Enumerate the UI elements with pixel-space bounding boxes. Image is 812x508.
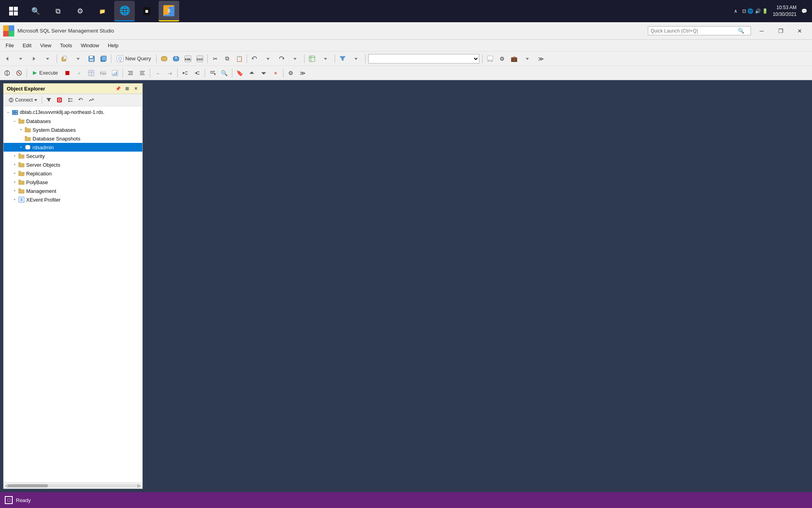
stop-button[interactable] — [62, 67, 73, 79]
filter-button[interactable] — [337, 53, 348, 64]
db-tool-1[interactable] — [159, 53, 170, 64]
undo-dropdown[interactable] — [261, 53, 275, 64]
tree-item-replication[interactable]: + Replication — [4, 169, 142, 178]
wrench-button[interactable]: ⚙ — [496, 53, 508, 64]
include-actual-plan[interactable]: Plan — [98, 67, 109, 79]
tree-item-server[interactable]: ─ dblab.c13euvvvmk8j.ap-northeast-1.rds. — [4, 108, 142, 117]
forward-dropdown-button[interactable] — [40, 53, 55, 64]
briefcase-button[interactable]: 💼 — [508, 53, 519, 64]
undo-button[interactable] — [249, 53, 260, 64]
display-results-button[interactable] — [86, 67, 97, 79]
db-tool-3[interactable]: XML — [182, 53, 193, 64]
terminal-taskbar-button[interactable]: ■ — [136, 1, 157, 21]
results-dropdown[interactable] — [318, 53, 333, 64]
oe-activity-button[interactable] — [87, 95, 96, 105]
back-button[interactable] — [2, 53, 13, 64]
system-db-expand-icon[interactable]: + — [18, 127, 24, 133]
tree-item-xevent-profiler[interactable]: + X XEvent Profiler — [4, 195, 142, 204]
filter-dropdown[interactable] — [349, 53, 363, 64]
menu-view[interactable]: View — [36, 41, 55, 50]
tree-item-server-objects[interactable]: + Server Objects — [4, 160, 142, 169]
server-objects-expand-icon[interactable]: + — [11, 162, 18, 168]
tree-item-rdsadmin[interactable]: + rdsadmin — [4, 143, 142, 152]
oe-pin2-button[interactable]: ⊞ — [123, 85, 130, 92]
polybase-expand-icon[interactable]: + — [11, 179, 18, 185]
outdent-button[interactable] — [137, 67, 148, 79]
new-query-button[interactable]: Q New Query — [113, 53, 154, 64]
copy-button[interactable]: ⧉ — [222, 53, 233, 64]
open-file-button[interactable] — [59, 53, 70, 64]
disconnect-query-button[interactable] — [13, 67, 25, 79]
results-button[interactable] — [306, 53, 318, 64]
oe-filter-button[interactable] — [44, 95, 54, 105]
menu-window[interactable]: Window — [77, 41, 103, 50]
db-tool-2[interactable]: X — [170, 53, 182, 64]
oe-refresh-button[interactable] — [76, 95, 86, 105]
restore-button[interactable]: ❐ — [772, 25, 790, 37]
quick-launch-input[interactable] — [651, 28, 738, 34]
xevent-expand-icon[interactable]: + — [11, 196, 18, 203]
close-button[interactable]: ✕ — [791, 25, 809, 37]
uncomment-button[interactable]: --x — [164, 67, 175, 79]
ssms-taskbar-button[interactable]: S — [159, 1, 179, 21]
increase-indent-button[interactable] — [192, 67, 203, 79]
forward-button[interactable] — [29, 53, 40, 64]
open-file-dropdown[interactable] — [71, 53, 85, 64]
object-explorer-scrollbar[interactable]: ◁ ▷ — [4, 482, 142, 489]
menu-help[interactable]: Help — [104, 41, 123, 50]
cut-button[interactable]: ✂ — [210, 53, 221, 64]
scroll-right-icon[interactable]: ▷ — [138, 483, 141, 488]
execute-button[interactable]: Execute — [29, 67, 61, 79]
oe-properties-button[interactable] — [65, 95, 75, 105]
paste-button[interactable]: 📋 — [234, 53, 245, 64]
redo-dropdown[interactable] — [288, 53, 302, 64]
oe-stop-button[interactable] — [55, 95, 64, 105]
toolbar2-overflow-button[interactable]: ≫ — [297, 67, 308, 79]
chevron-icon[interactable]: ∧ — [734, 8, 737, 14]
notification-icon[interactable]: 💬 — [801, 8, 807, 14]
more-button[interactable] — [520, 53, 534, 64]
include-client-stats[interactable] — [109, 67, 121, 79]
registered-servers-button[interactable] — [485, 53, 496, 64]
toolbar-dropdown[interactable] — [368, 54, 479, 64]
indent-button[interactable] — [125, 67, 136, 79]
minimize-button[interactable]: ─ — [753, 25, 771, 37]
replication-expand-icon[interactable]: + — [11, 170, 18, 177]
prev-bookmark-button[interactable] — [246, 67, 257, 79]
task-view-button[interactable]: ⧉ — [48, 1, 68, 21]
start-button[interactable] — [3, 1, 24, 21]
toolbar2-settings-button[interactable]: ⚙ — [285, 67, 297, 79]
settings-taskbar-button[interactable]: ⚙ — [70, 1, 90, 21]
save-all-button[interactable] — [98, 53, 109, 64]
scroll-left-icon[interactable]: ◁ — [5, 483, 8, 488]
scrollbar-thumb[interactable] — [8, 484, 48, 487]
scrollbar-track[interactable] — [8, 484, 138, 487]
clear-bookmarks-button[interactable]: ✕ — [270, 67, 281, 79]
comment-button[interactable]: -- — [152, 67, 163, 79]
rdsadmin-expand-icon[interactable]: + — [18, 144, 24, 150]
oe-close-button[interactable]: ✕ — [132, 85, 139, 92]
bookmark-button[interactable]: 🔖 — [234, 67, 245, 79]
tree-item-database-snapshots[interactable]: + Database Snapshots — [4, 134, 142, 143]
security-expand-icon[interactable]: + — [11, 153, 18, 159]
server-collapse-icon[interactable]: ─ — [5, 109, 11, 115]
management-expand-icon[interactable]: + — [11, 188, 18, 194]
menu-tools[interactable]: Tools — [56, 41, 76, 50]
oe-pin-button[interactable]: 📌 — [115, 85, 122, 92]
save-button[interactable] — [86, 53, 97, 64]
tree-item-databases[interactable]: ─ Databases — [4, 117, 142, 125]
back-dropdown-button[interactable] — [13, 53, 28, 64]
databases-collapse-icon[interactable]: ─ — [11, 118, 18, 124]
menu-edit[interactable]: Edit — [19, 41, 35, 50]
next-bookmark-button[interactable] — [258, 67, 269, 79]
tree-item-management[interactable]: + Management — [4, 187, 142, 195]
word-wrap-button[interactable] — [207, 67, 218, 79]
toolbar-overflow-button[interactable]: ≫ — [535, 53, 546, 64]
file-explorer-taskbar-button[interactable]: 📁 — [92, 1, 113, 21]
menu-file[interactable]: File — [2, 41, 18, 50]
quick-launch-search[interactable]: 🔍 — [648, 26, 751, 35]
parse-button[interactable]: ✓ — [74, 67, 85, 79]
db-tool-4[interactable]: DAX — [194, 53, 205, 64]
decrease-indent-button[interactable] — [180, 67, 191, 79]
edge-taskbar-button[interactable]: 🌐 — [114, 1, 135, 21]
